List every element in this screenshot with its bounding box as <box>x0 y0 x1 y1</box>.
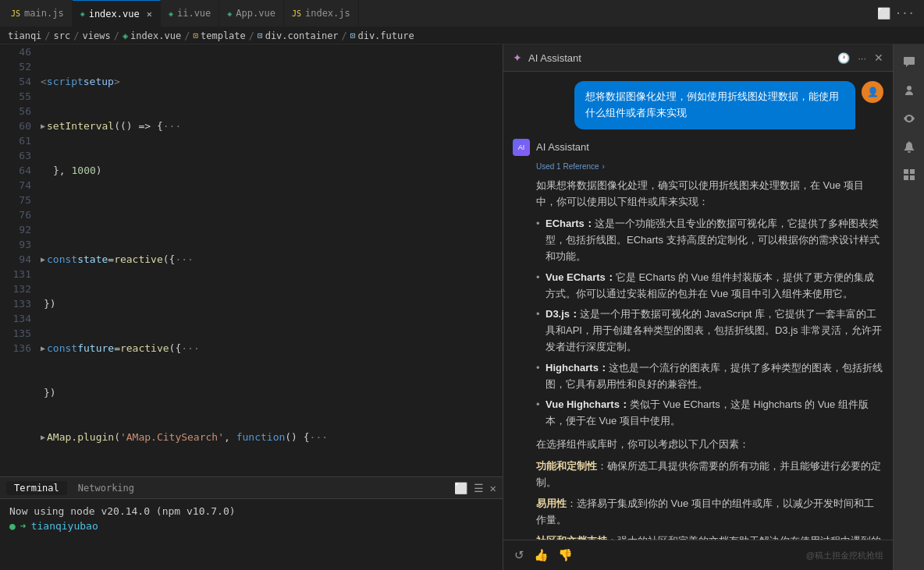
breadcrumb-item[interactable]: views <box>83 30 111 41</box>
tab-actions: ⬜ ··· <box>871 7 921 19</box>
person-icon <box>903 84 915 97</box>
sidebar-icon-grid[interactable] <box>897 163 921 186</box>
terminal-split-icon[interactable]: ⬜ <box>454 482 467 494</box>
tab-index-js[interactable]: JS index.js <box>284 0 359 27</box>
ai-panel-title: AI Assistant <box>528 52 581 64</box>
ai-thumbup-button[interactable]: 👍 <box>532 547 550 564</box>
user-message-text: 想将数据图像化处理，例如使用折线图处理数据，能使用什么组件或者库来实现 <box>585 90 839 119</box>
tab-app-vue[interactable]: ◈ App.vue <box>219 0 284 27</box>
user-avatar: 👤 <box>862 81 883 103</box>
breadcrumb: tianqi / src / views / ◈ index.vue / ⊡ t… <box>0 27 924 44</box>
terminal-tab-networking[interactable]: Networking <box>70 481 142 495</box>
terminal-close-icon[interactable]: ✕ <box>490 482 496 494</box>
vue-icon: ◈ <box>169 9 173 18</box>
terminal-area: Terminal Networking ⬜ ☰ ✕ Now using node… <box>0 476 503 570</box>
ai-response: AI AI Assistant Used 1 Reference › 如果想将数… <box>513 139 883 540</box>
ai-list-item-vue-highcharts: Vue Highcharts：类似于 Vue ECharts，这是 Highch… <box>536 397 883 430</box>
ai-library-list: ECharts：这是一个功能强大且专业的数据可视化库，它提供了多种图表类型，包括… <box>536 216 883 430</box>
ai-footer: ↺ 👍 👎 @稿土担金挖杭抢组 <box>503 540 893 570</box>
ai-reference-arrow: › <box>602 162 605 171</box>
ai-factors-intro: 在选择组件或库时，你可以考虑以下几个因素： <box>536 436 883 452</box>
tab-main-js[interactable]: JS main.js <box>3 0 73 27</box>
code-editor[interactable]: <script setup> ▶setInterval(() => {··· }… <box>37 44 503 476</box>
code-line-61: ▶const future = reactive({··· <box>41 341 503 356</box>
line-numbers: 46 52 54 55 56 60 61 63 64 74 75 76 92 9… <box>0 44 37 476</box>
eye-icon <box>903 112 915 125</box>
ai-more-icon[interactable]: ··· <box>858 52 866 64</box>
ai-thumbdown-button[interactable]: 👎 <box>556 547 574 564</box>
ai-list-item-echarts: ECharts：这是一个功能强大且专业的数据可视化库，它提供了多种图表类型，包括… <box>536 216 883 264</box>
breadcrumb-item[interactable]: ◈ index.vue <box>123 30 181 41</box>
ai-panel: ✦ AI Assistant 🕐 ··· ✕ 想将数据图像化处理，例如使用折线图… <box>503 44 893 570</box>
tab-close-button[interactable]: ✕ <box>147 9 152 19</box>
code-line-46: <script setup> <box>41 74 503 89</box>
terminal-directory[interactable]: tianqiyubao <box>31 519 98 533</box>
ai-history-icon[interactable]: 🕐 <box>837 52 850 64</box>
tab-label: main.js <box>24 8 64 19</box>
split-editor-icon[interactable]: ⬜ <box>877 7 890 19</box>
sidebar-icon-chat[interactable] <box>897 51 921 74</box>
prompt-circle-icon: ● <box>9 519 16 533</box>
ai-factor-functionality: 功能和定制性：确保所选工具提供你需要的所有功能，并且能够进行必要的定制。 <box>536 458 883 491</box>
ai-intro-text: 如果想将数据图像化处理，确实可以使用折线图来处理数据，在 Vue 项目中，你可以… <box>536 177 883 211</box>
ai-sparkle-icon: ✦ <box>513 51 522 64</box>
code-line-52: ▶setInterval(() => {··· <box>41 119 503 133</box>
ai-reference-text: Used 1 Reference <box>536 162 599 171</box>
ai-logo: AI <box>513 139 530 156</box>
sidebar-icon-bell[interactable] <box>897 135 921 158</box>
ai-assistant-name: AI Assistant <box>536 141 589 153</box>
more-actions-icon[interactable]: ··· <box>895 7 915 19</box>
ai-panel-header: ✦ AI Assistant 🕐 ··· ✕ <box>503 44 893 72</box>
user-message-wrap: 想将数据图像化处理，例如使用折线图处理数据，能使用什么组件或者库来实现 👤 <box>513 81 883 129</box>
ai-response-header: AI AI Assistant <box>513 139 883 156</box>
js-icon: JS <box>11 9 20 18</box>
ai-factor-usability: 易用性：选择易于集成到你的 Vue 项目中的组件或库，以减少开发时间和工作量。 <box>536 496 883 529</box>
code-container: 46 52 54 55 56 60 61 63 64 74 75 76 92 9… <box>0 44 503 476</box>
terminal-line-1: Now using node v20.14.0 (npm v10.7.0) <box>9 504 493 519</box>
ai-factors-list: 功能和定制性：确保所选工具提供你需要的所有功能，并且能够进行必要的定制。 易用性… <box>536 458 883 540</box>
terminal-tab-terminal[interactable]: Terminal <box>6 481 67 495</box>
terminal-content: Now using node v20.14.0 (npm v10.7.0) ● … <box>0 499 503 570</box>
breadcrumb-item[interactable]: ⊡ template <box>193 30 245 41</box>
ai-reference[interactable]: Used 1 Reference › <box>536 162 883 171</box>
js-icon: JS <box>292 9 301 18</box>
breadcrumb-item[interactable]: src <box>54 30 71 41</box>
ai-watermark: @稿土担金挖杭抢组 <box>806 550 883 561</box>
template-icon: ⊡ <box>193 30 198 41</box>
ai-header-actions: 🕐 ··· ✕ <box>837 51 883 64</box>
sidebar-icon-eye[interactable] <box>897 107 921 130</box>
right-sidebar <box>893 44 924 570</box>
code-line-56: ▶const state = reactive({··· <box>41 252 503 267</box>
code-line-74: }) <box>41 474 503 476</box>
code-line-55 <box>41 207 503 222</box>
code-line-64: ▶AMap.plugin('AMap.CitySearch', function… <box>41 430 503 444</box>
ai-factor-community: 社区和文档支持：强大的社区和完善的文档有助于解决你在使用过程中遇到的问题。 <box>536 533 883 540</box>
terminal-layout-icon[interactable]: ☰ <box>474 482 484 494</box>
vue-breadcrumb-icon: ◈ <box>123 30 128 41</box>
grid-icon <box>903 168 915 181</box>
tab-ii-vue[interactable]: ◈ ii.vue <box>161 0 219 27</box>
bell-icon <box>903 140 915 153</box>
ai-close-icon[interactable]: ✕ <box>874 51 883 64</box>
editor-area: 46 52 54 55 56 60 61 63 64 74 75 76 92 9… <box>0 44 503 570</box>
tab-label: App.vue <box>236 8 275 19</box>
prompt-arrow-icon: ➜ <box>20 519 27 533</box>
sidebar-icon-person[interactable] <box>897 79 921 102</box>
vue-icon: ◈ <box>227 9 232 18</box>
ai-refresh-button[interactable]: ↺ <box>513 547 526 564</box>
breadcrumb-item[interactable]: ⊡ div.container <box>258 30 339 41</box>
code-line-63: }) <box>41 385 503 400</box>
tab-label: index.vue <box>89 9 140 19</box>
breadcrumb-item[interactable]: ⊡ div.future <box>350 30 414 41</box>
user-message-bubble: 想将数据图像化处理，例如使用折线图处理数据，能使用什么组件或者库来实现 <box>574 81 855 129</box>
tab-index-vue[interactable]: ◈ index.vue ✕ <box>73 0 161 27</box>
chat-icon <box>903 56 915 69</box>
element-icon: ⊡ <box>350 30 356 41</box>
ai-list-item-d3: D3.js：这是一个用于数据可视化的 JavaScript 库，它提供了一套丰富… <box>536 306 883 355</box>
tab-bar: JS main.js ◈ index.vue ✕ ◈ ii.vue ◈ App.… <box>0 0 924 27</box>
ai-list-item-vue-echarts: Vue ECharts：它是 ECharts 的 Vue 组件封装版本，提供了更… <box>536 270 883 303</box>
tab-label: ii.vue <box>177 8 211 19</box>
code-line-60: }) <box>41 296 503 311</box>
terminal-prompt: ● ➜ tianqiyubao <box>9 519 493 533</box>
breadcrumb-item[interactable]: tianqi <box>8 30 41 41</box>
